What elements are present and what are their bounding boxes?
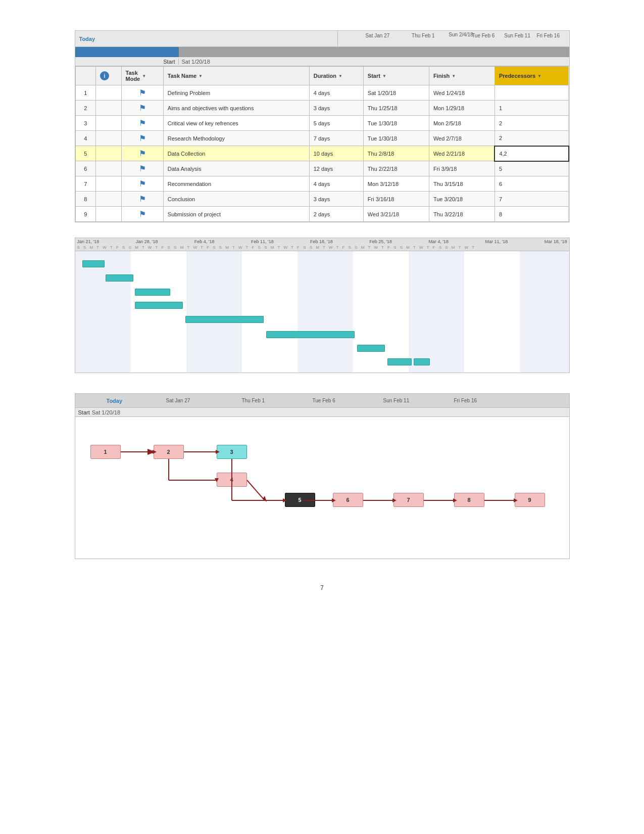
cell-start-6: Thu 2/22/18: [363, 161, 429, 176]
bar-row8: [387, 358, 412, 365]
cell-taskname-5: Data Collection: [163, 146, 309, 161]
cell-pred-3: 2: [494, 116, 568, 131]
week-stripe-0: [75, 251, 131, 373]
cell-start-5: Thu 2/8/18: [363, 146, 429, 161]
net-node-8: 8: [454, 493, 484, 507]
start-row: Start Sat 1/20/18: [75, 57, 569, 66]
date-fri-feb16: Fri Feb 16: [536, 33, 560, 38]
network-date-1: Sat Jan 27: [166, 398, 190, 403]
cell-info-4: [95, 131, 121, 146]
cell-num-9: 9: [75, 207, 95, 222]
cell-mode-8: ⚑: [121, 192, 163, 207]
cell-mode-5: ⚑: [121, 146, 163, 161]
today-bar-blue: [75, 47, 179, 57]
cell-duration-7: 4 days: [309, 176, 363, 192]
cell-finish-6: Fri 3/9/18: [429, 161, 494, 176]
week-stripe-4: [298, 251, 353, 373]
cell-pred-4: 2: [494, 131, 568, 146]
timeline-dates: Sat Jan 27 Thu Feb 1 Sun 2/4/18 Tue Feb …: [338, 31, 569, 47]
cell-taskname-2: Aims and objectives with questions: [163, 101, 309, 116]
week-stripe-2: [186, 251, 242, 373]
cell-finish-7: Thu 3/15/18: [429, 176, 494, 192]
bar-row4: [135, 302, 183, 309]
cell-taskname-9: Submission of project: [163, 207, 309, 222]
cell-num-1: 1: [75, 85, 95, 101]
today-bar-gray: [179, 47, 569, 57]
table-row: 8 ⚑ Conclusion 3 days Fri 3/16/18 Tue 3/…: [75, 192, 569, 207]
cell-duration-1: 4 days: [309, 85, 363, 101]
cell-taskname-6: Data Analysis: [163, 161, 309, 176]
network-start-row: Start Sat 1/20/18: [75, 408, 569, 417]
cell-mode-9: ⚑: [121, 207, 163, 222]
table-row: 2 ⚑ Aims and objectives with questions 3…: [75, 101, 569, 116]
gantt-section: Today Sat Jan 27 Thu Feb 1 Sun 2/4/18 Tu…: [75, 30, 570, 222]
cell-taskname-4: Research Methodology: [163, 131, 309, 146]
date-sun-204: Sun 2/4/18: [449, 32, 473, 37]
week-stripe-6: [409, 251, 464, 373]
cell-info-9: [95, 207, 121, 222]
date-thu-feb1: Thu Feb 1: [412, 33, 435, 38]
cell-num-3: 3: [75, 116, 95, 131]
cell-info-2: [95, 101, 121, 116]
net-node-2: 2: [154, 445, 184, 459]
today-label-header: Today: [79, 36, 95, 42]
week-label-4: Feb 18, '18: [310, 239, 333, 244]
cell-num-6: 6: [75, 161, 95, 176]
chart-week-labels: Jan 21, '18 Jan 28, '18 Feb 4, '18 Feb 1…: [77, 239, 567, 244]
cell-num-8: 8: [75, 192, 95, 207]
today-bar: [75, 47, 569, 57]
cell-duration-2: 3 days: [309, 101, 363, 116]
cell-duration-5: 10 days: [309, 146, 363, 161]
net-node-1: 1: [90, 445, 121, 459]
cell-finish-8: Tue 3/20/18: [429, 192, 494, 207]
col-header-start: Start ▼: [363, 67, 429, 85]
task-mode-icon-7: ⚑: [139, 179, 146, 188]
cell-mode-7: ⚑: [121, 176, 163, 192]
week-label-1: Jan 28, '18: [136, 239, 158, 244]
week-label-6: Mar 4, '18: [428, 239, 449, 244]
arrow-4-5: [247, 480, 265, 500]
cell-pred-6: 5: [494, 161, 568, 176]
cell-info-3: [95, 116, 121, 131]
col-header-num: [75, 67, 95, 85]
cell-info-7: [95, 176, 121, 192]
net-node-4: 4: [217, 473, 247, 487]
table-row: 9 ⚑ Submission of project 2 days Wed 3/2…: [75, 207, 569, 222]
timeline-header: Today Sat Jan 27 Thu Feb 1 Sun 2/4/18 Tu…: [75, 31, 569, 47]
cell-mode-3: ⚑: [121, 116, 163, 131]
col-header-info: i: [95, 67, 121, 85]
start-date: Sat 1/20/18: [179, 59, 210, 65]
cell-finish-5: Wed 2/21/18: [429, 146, 494, 161]
table-row: 7 ⚑ Recommendation 4 days Mon 3/12/18 Th…: [75, 176, 569, 192]
task-mode-icon-4: ⚑: [139, 134, 146, 143]
week-label-3: Feb 11, '18: [251, 239, 274, 244]
week-label-2: Feb 4, '18: [194, 239, 215, 244]
cell-num-2: 2: [75, 101, 95, 116]
network-section: Today Sat Jan 27 Thu Feb 1 Tue Feb 6 Sun…: [75, 393, 570, 559]
cell-duration-3: 5 days: [309, 116, 363, 131]
task-mode-icon-9: ⚑: [139, 210, 146, 218]
task-mode-icon-3: ⚑: [139, 119, 146, 127]
table-row: 1 ⚑ Defining Problem 4 days Sat 1/20/18 …: [75, 85, 569, 101]
network-diagram-area: 1 2 3 4 5 6 7 8 9: [75, 417, 569, 559]
cell-num-7: 7: [75, 176, 95, 192]
cell-finish-2: Mon 1/29/18: [429, 101, 494, 116]
bar-row1: [82, 260, 105, 267]
table-header-row: i TaskMode ▼ Task Name ▼: [75, 67, 569, 85]
cell-num-4: 4: [75, 131, 95, 146]
col-header-taskname: Task Name ▼: [163, 67, 309, 85]
cell-finish-1: Wed 1/24/18: [429, 85, 494, 101]
network-arrows: [75, 417, 569, 559]
week-stripe-8: [520, 251, 569, 373]
cell-info-1: [95, 85, 121, 101]
network-date-4: Sun Feb 11: [383, 398, 410, 403]
cell-info-6: [95, 161, 121, 176]
page-number: 7: [75, 584, 570, 591]
net-node-7: 7: [393, 493, 424, 507]
cell-start-4: Tue 1/30/18: [363, 131, 429, 146]
gantt-tbody: 1 ⚑ Defining Problem 4 days Sat 1/20/18 …: [75, 85, 569, 222]
network-date-3: Tue Feb 6: [313, 398, 335, 403]
week-label-5: Feb 25, '18: [369, 239, 392, 244]
col-header-mode: TaskMode ▼: [121, 67, 163, 85]
network-timeline-header: Today Sat Jan 27 Thu Feb 1 Tue Feb 6 Sun…: [75, 394, 569, 408]
